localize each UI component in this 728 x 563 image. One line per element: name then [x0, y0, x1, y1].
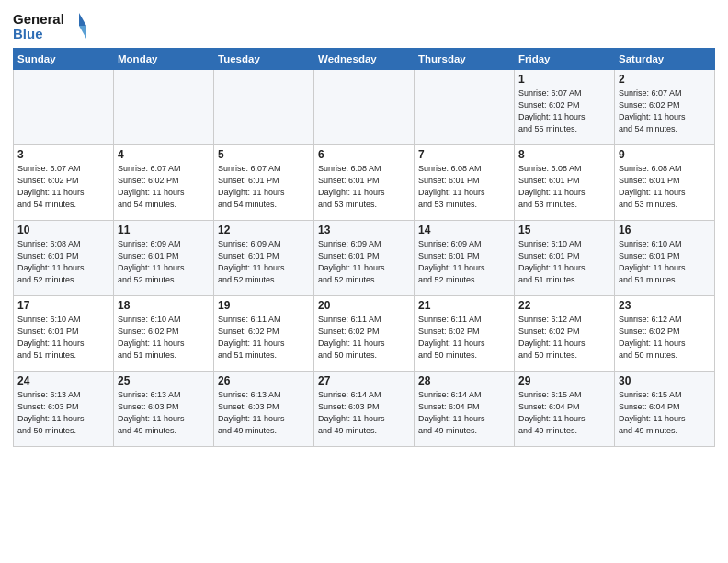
calendar-cell: 6Sunrise: 6:08 AMSunset: 6:01 PMDaylight…: [314, 145, 415, 221]
logo: General Blue: [13, 9, 86, 42]
calendar-cell: 1Sunrise: 6:07 AMSunset: 6:02 PMDaylight…: [515, 70, 615, 145]
calendar-cell: 9Sunrise: 6:08 AMSunset: 6:01 PMDaylight…: [615, 145, 715, 221]
day-number: 27: [318, 374, 410, 387]
calendar-cell: [314, 70, 415, 145]
day-number: 30: [619, 374, 711, 387]
day-number: 11: [118, 224, 210, 236]
calendar-cell: 7Sunrise: 6:08 AMSunset: 6:01 PMDaylight…: [415, 145, 515, 221]
calendar-week-row: 24Sunrise: 6:13 AMSunset: 6:03 PMDayligh…: [14, 372, 715, 447]
calendar-cell: 5Sunrise: 6:07 AMSunset: 6:01 PMDaylight…: [214, 145, 314, 221]
calendar-cell: 24Sunrise: 6:13 AMSunset: 6:03 PMDayligh…: [14, 372, 114, 447]
day-info: Sunrise: 6:13 AMSunset: 6:03 PMDaylight:…: [17, 389, 109, 437]
day-number: 19: [218, 299, 310, 312]
calendar-cell: [415, 70, 515, 145]
day-info: Sunrise: 6:12 AMSunset: 6:02 PMDaylight:…: [518, 314, 610, 362]
calendar-cell: 25Sunrise: 6:13 AMSunset: 6:03 PMDayligh…: [114, 372, 214, 447]
day-info: Sunrise: 6:09 AMSunset: 6:01 PMDaylight:…: [218, 238, 310, 286]
svg-marker-3: [79, 26, 86, 39]
page: General Blue SundayMondayTuesdayWednesda…: [0, 0, 728, 563]
day-number: 22: [518, 299, 610, 312]
day-number: 18: [118, 299, 210, 312]
calendar-cell: 27Sunrise: 6:14 AMSunset: 6:03 PMDayligh…: [314, 372, 415, 447]
day-info: Sunrise: 6:12 AMSunset: 6:02 PMDaylight:…: [619, 314, 711, 362]
day-info: Sunrise: 6:15 AMSunset: 6:04 PMDaylight:…: [619, 389, 711, 437]
calendar-week-row: 10Sunrise: 6:08 AMSunset: 6:01 PMDayligh…: [14, 221, 715, 296]
day-number: 21: [418, 299, 510, 312]
day-number: 8: [518, 148, 610, 161]
day-number: 24: [17, 374, 109, 387]
calendar-cell: 16Sunrise: 6:10 AMSunset: 6:01 PMDayligh…: [615, 221, 715, 296]
day-info: Sunrise: 6:07 AMSunset: 6:02 PMDaylight:…: [17, 163, 109, 211]
calendar-cell: 14Sunrise: 6:09 AMSunset: 6:01 PMDayligh…: [415, 221, 515, 296]
day-number: 10: [17, 224, 109, 236]
day-info: Sunrise: 6:10 AMSunset: 6:01 PMDaylight:…: [17, 314, 109, 362]
calendar-cell: 30Sunrise: 6:15 AMSunset: 6:04 PMDayligh…: [615, 372, 715, 447]
day-info: Sunrise: 6:08 AMSunset: 6:01 PMDaylight:…: [17, 238, 109, 286]
day-number: 7: [418, 148, 510, 161]
calendar-cell: 12Sunrise: 6:09 AMSunset: 6:01 PMDayligh…: [214, 221, 314, 296]
calendar-cell: 2Sunrise: 6:07 AMSunset: 6:02 PMDaylight…: [615, 70, 715, 145]
day-info: Sunrise: 6:08 AMSunset: 6:01 PMDaylight:…: [619, 163, 711, 211]
day-info: Sunrise: 6:13 AMSunset: 6:03 PMDaylight:…: [118, 389, 210, 437]
day-number: 1: [518, 73, 610, 86]
calendar-cell: 19Sunrise: 6:11 AMSunset: 6:02 PMDayligh…: [214, 296, 314, 372]
calendar-day-header: Sunday: [14, 49, 114, 70]
logo-svg: General Blue: [13, 9, 86, 42]
day-info: Sunrise: 6:10 AMSunset: 6:01 PMDaylight:…: [518, 238, 610, 286]
day-info: Sunrise: 6:09 AMSunset: 6:01 PMDaylight:…: [418, 238, 510, 286]
calendar-cell: 28Sunrise: 6:14 AMSunset: 6:04 PMDayligh…: [415, 372, 515, 447]
day-number: 14: [418, 224, 510, 236]
calendar-table: SundayMondayTuesdayWednesdayThursdayFrid…: [13, 48, 715, 447]
calendar-week-row: 1Sunrise: 6:07 AMSunset: 6:02 PMDaylight…: [14, 70, 715, 145]
day-number: 5: [218, 148, 310, 161]
day-number: 12: [218, 224, 310, 236]
calendar-header-row: SundayMondayTuesdayWednesdayThursdayFrid…: [14, 49, 715, 70]
day-info: Sunrise: 6:07 AMSunset: 6:02 PMDaylight:…: [619, 87, 711, 135]
calendar-cell: 10Sunrise: 6:08 AMSunset: 6:01 PMDayligh…: [14, 221, 114, 296]
day-info: Sunrise: 6:07 AMSunset: 6:02 PMDaylight:…: [518, 87, 610, 135]
day-number: 23: [619, 299, 711, 312]
day-info: Sunrise: 6:15 AMSunset: 6:04 PMDaylight:…: [518, 389, 610, 437]
day-info: Sunrise: 6:11 AMSunset: 6:02 PMDaylight:…: [318, 314, 410, 362]
calendar-cell: 4Sunrise: 6:07 AMSunset: 6:02 PMDaylight…: [114, 145, 214, 221]
day-number: 20: [318, 299, 410, 312]
header: General Blue: [13, 9, 715, 42]
calendar-day-header: Thursday: [415, 49, 515, 70]
calendar-week-row: 17Sunrise: 6:10 AMSunset: 6:01 PMDayligh…: [14, 296, 715, 372]
day-number: 17: [17, 299, 109, 312]
svg-text:Blue: Blue: [13, 26, 43, 41]
calendar-cell: 11Sunrise: 6:09 AMSunset: 6:01 PMDayligh…: [114, 221, 214, 296]
day-number: 2: [619, 73, 711, 86]
day-info: Sunrise: 6:13 AMSunset: 6:03 PMDaylight:…: [218, 389, 310, 437]
calendar-day-header: Saturday: [615, 49, 715, 70]
calendar-cell: 17Sunrise: 6:10 AMSunset: 6:01 PMDayligh…: [14, 296, 114, 372]
calendar-day-header: Wednesday: [314, 49, 415, 70]
day-number: 13: [318, 224, 410, 236]
calendar-cell: 15Sunrise: 6:10 AMSunset: 6:01 PMDayligh…: [515, 221, 615, 296]
day-info: Sunrise: 6:10 AMSunset: 6:01 PMDaylight:…: [619, 238, 711, 286]
day-info: Sunrise: 6:08 AMSunset: 6:01 PMDaylight:…: [318, 163, 410, 211]
day-info: Sunrise: 6:09 AMSunset: 6:01 PMDaylight:…: [118, 238, 210, 286]
day-number: 4: [118, 148, 210, 161]
day-number: 29: [518, 374, 610, 387]
calendar-cell: [214, 70, 314, 145]
day-info: Sunrise: 6:10 AMSunset: 6:02 PMDaylight:…: [118, 314, 210, 362]
day-info: Sunrise: 6:07 AMSunset: 6:02 PMDaylight:…: [118, 163, 210, 211]
calendar-week-row: 3Sunrise: 6:07 AMSunset: 6:02 PMDaylight…: [14, 145, 715, 221]
svg-marker-2: [79, 13, 86, 26]
day-info: Sunrise: 6:09 AMSunset: 6:01 PMDaylight:…: [318, 238, 410, 286]
day-number: 15: [518, 224, 610, 236]
day-number: 26: [218, 374, 310, 387]
day-info: Sunrise: 6:11 AMSunset: 6:02 PMDaylight:…: [418, 314, 510, 362]
day-info: Sunrise: 6:08 AMSunset: 6:01 PMDaylight:…: [518, 163, 610, 211]
calendar-day-header: Tuesday: [214, 49, 314, 70]
calendar-cell: 29Sunrise: 6:15 AMSunset: 6:04 PMDayligh…: [515, 372, 615, 447]
day-info: Sunrise: 6:14 AMSunset: 6:04 PMDaylight:…: [418, 389, 510, 437]
day-number: 28: [418, 374, 510, 387]
calendar-cell: 20Sunrise: 6:11 AMSunset: 6:02 PMDayligh…: [314, 296, 415, 372]
day-info: Sunrise: 6:11 AMSunset: 6:02 PMDaylight:…: [218, 314, 310, 362]
svg-text:General: General: [13, 11, 64, 27]
calendar-cell: 23Sunrise: 6:12 AMSunset: 6:02 PMDayligh…: [615, 296, 715, 372]
day-number: 16: [619, 224, 711, 236]
calendar-cell: 18Sunrise: 6:10 AMSunset: 6:02 PMDayligh…: [114, 296, 214, 372]
